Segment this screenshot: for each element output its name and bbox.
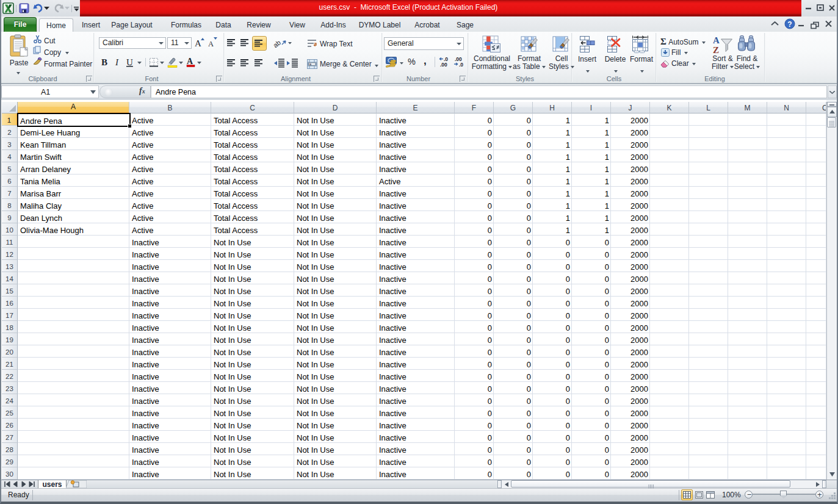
svg-text:.0: .0 — [459, 62, 463, 68]
svg-text:U: U — [126, 57, 133, 67]
svg-text:Z: Z — [713, 45, 719, 54]
svg-text:I: I — [115, 57, 119, 67]
svg-text:ab: ab — [273, 38, 282, 49]
svg-text:,: , — [424, 56, 427, 67]
svg-text:B: B — [101, 57, 107, 67]
svg-text:?: ? — [787, 20, 792, 29]
svg-text:A: A — [713, 35, 720, 45]
svg-text:%: % — [408, 57, 416, 67]
svg-text:A: A — [195, 38, 201, 48]
svg-text:A: A — [187, 57, 193, 66]
svg-text:A: A — [208, 40, 214, 48]
svg-text:.00: .00 — [440, 62, 447, 68]
